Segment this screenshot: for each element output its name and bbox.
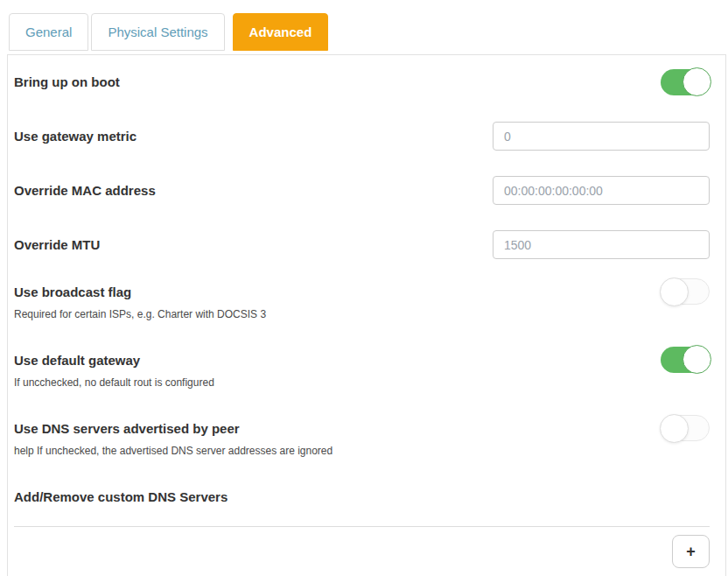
setting-row-gateway-metric: Use gateway metric <box>14 122 710 151</box>
setting-description: Required for certain ISPs, e.g. Charter … <box>14 308 266 320</box>
setting-row-dns-advertised-by-peer: Use DNS servers advertised by peer help … <box>14 421 710 457</box>
use-dns-peer-toggle[interactable] <box>661 415 710 441</box>
tab-advanced[interactable]: Advanced <box>233 13 329 51</box>
advanced-settings-panel: Bring up on boot Use gateway metric Over… <box>7 54 726 576</box>
gateway-metric-input[interactable] <box>493 122 710 151</box>
setting-label: Bring up on boot <box>14 74 120 90</box>
use-default-gateway-toggle[interactable] <box>661 347 710 373</box>
setting-text: Use DNS servers advertised by peer help … <box>14 421 332 457</box>
setting-description: help If unchecked, the advertised DNS se… <box>14 445 332 457</box>
setting-label: Override MAC address <box>14 183 156 199</box>
tab-physical-settings[interactable]: Physical Settings <box>91 13 224 51</box>
setting-description: If uncchecked, no default rout is config… <box>14 376 214 389</box>
bring-up-on-boot-toggle[interactable] <box>661 69 710 95</box>
setting-row-default-gateway: Use default gateway If uncchecked, no de… <box>14 353 710 389</box>
setting-label: Use gateway metric <box>14 129 136 144</box>
tab-general[interactable]: General <box>9 13 88 51</box>
use-broadcast-flag-toggle[interactable] <box>661 278 710 305</box>
toggle-knob <box>660 277 689 306</box>
plus-icon: + <box>686 543 696 560</box>
toggle-knob <box>660 414 689 443</box>
custom-dns-section-heading: Add/Remove custom DNS Servers <box>14 489 710 505</box>
add-dns-server-button[interactable]: + <box>672 535 710 568</box>
toggle-knob <box>682 345 711 374</box>
setting-row-bring-up-on-boot: Bring up on boot <box>14 67 710 97</box>
custom-dns-actions-row: + <box>14 535 710 568</box>
setting-row-mtu: Override MTU <box>14 230 710 259</box>
toggle-knob <box>682 67 711 96</box>
setting-label: Use broadcast flag <box>14 284 266 300</box>
settings-tabbar: General Physical Settings Advanced <box>0 13 728 51</box>
setting-label: Override MTU <box>14 237 100 253</box>
setting-text: Use broadcast flag Required for certain … <box>14 284 266 320</box>
mtu-input[interactable] <box>493 230 710 259</box>
setting-text: Use default gateway If uncchecked, no de… <box>14 353 214 389</box>
setting-row-broadcast-flag: Use broadcast flag Required for certain … <box>14 284 710 320</box>
setting-label: Use DNS servers advertised by peer <box>14 421 332 437</box>
mac-address-input[interactable] <box>493 176 710 205</box>
setting-row-mac-address: Override MAC address <box>14 176 710 205</box>
section-divider <box>14 526 710 527</box>
setting-label: Use default gateway <box>14 353 214 369</box>
